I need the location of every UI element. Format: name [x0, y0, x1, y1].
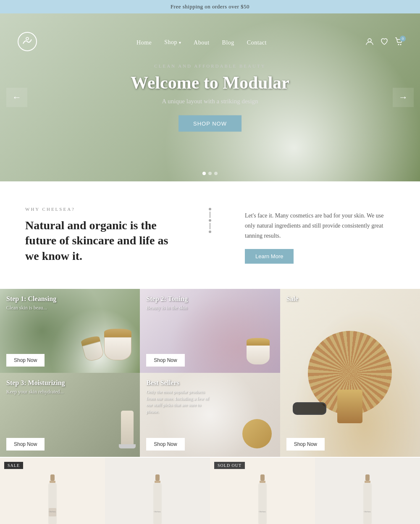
why-description: Let's face it. Many cosmetics are bad fo… [245, 211, 395, 241]
svg-text:Chelsea.: Chelsea. [364, 511, 371, 513]
svg-rect-15 [260, 481, 265, 483]
account-icon[interactable] [365, 37, 374, 48]
product-card-1: SALE Chelsea. [0, 458, 105, 524]
step3-label: Step 3: Moisturizing [6, 379, 65, 387]
why-right-column: Let's face it. Many cosmetics are bad fo… [245, 207, 395, 264]
hero-prev-arrow[interactable]: ← [6, 88, 27, 107]
why-divider [200, 207, 220, 234]
step1-shop-button[interactable]: Shop Now [6, 354, 45, 367]
nav-links: Home Shop ▾ About Blog Contact [136, 39, 267, 46]
svg-point-4 [400, 44, 401, 45]
step2-desc: Beauty is in the skin [146, 305, 188, 311]
product-card-2: Chelsea. [105, 458, 210, 524]
svg-rect-5 [50, 474, 55, 481]
svg-rect-19 [365, 481, 370, 483]
svg-point-1 [26, 37, 29, 40]
hero-dot-1[interactable] [202, 172, 206, 175]
step1-content: Step 1: Cleansing Clean skin is beau... [6, 295, 56, 311]
main-nav: Home Shop ▾ About Blog Contact [0, 26, 420, 59]
product-1-badge: SALE [4, 462, 23, 469]
bestsellers-label: Best Sellers [146, 379, 209, 387]
svg-point-2 [368, 39, 371, 42]
product-3-badge: SOLD OUT [214, 462, 245, 469]
hero-dots [202, 172, 218, 175]
bestsellers-desc: Only the most popular products from our … [146, 389, 209, 415]
step2-content: Step 2: Toning Beauty is in the skin [146, 295, 188, 311]
svg-rect-14 [260, 474, 265, 481]
nav-item-home[interactable]: Home [136, 39, 152, 46]
svg-text:Chelsea.: Chelsea. [259, 511, 266, 513]
sale-content: Sale [286, 295, 298, 305]
nav-item-shop[interactable]: Shop ▾ [164, 39, 181, 46]
svg-text:Chelsea.: Chelsea. [49, 511, 56, 513]
product-2-bottle: Chelsea. [147, 474, 168, 524]
svg-rect-20 [363, 483, 372, 524]
grid-item-bestsellers: Best Sellers Only the most popular produ… [140, 373, 280, 457]
nav-actions: 0 [365, 37, 403, 48]
hero-section: Home Shop ▾ About Blog Contact [0, 13, 420, 181]
svg-rect-18 [365, 474, 370, 481]
why-label: WHY CHELSEA? [25, 207, 175, 212]
hero-dot-2[interactable] [208, 172, 212, 175]
bestsellers-shop-button[interactable]: Shop Now [146, 438, 184, 451]
nav-item-about[interactable]: About [194, 39, 210, 46]
why-chelsea-section: WHY CHELSEA? Natural and organic is the … [0, 181, 420, 289]
hero-content: CLEAN AND AFFORDABLE BEAUTY Welcome to M… [131, 63, 289, 132]
promo-text: Free shipping on orders over $50 [171, 3, 249, 10]
hero-dot-3[interactable] [214, 172, 218, 175]
hero-subtitle: CLEAN AND AFFORDABLE BEAUTY [131, 63, 289, 68]
svg-rect-6 [50, 481, 55, 483]
step1-label: Step 1: Cleansing [6, 295, 56, 303]
svg-rect-7 [48, 483, 57, 524]
step3-shop-button[interactable]: Shop Now [6, 438, 45, 451]
product-card-4: Chelsea. [315, 458, 420, 524]
shop-dropdown-icon: ▾ [179, 40, 181, 45]
hero-next-arrow[interactable]: → [393, 88, 414, 107]
svg-rect-12 [153, 483, 162, 524]
learn-more-button[interactable]: Learn More [245, 249, 294, 264]
grid-item-step3: Step 3: Moisturizing Keep your skin rehy… [0, 373, 140, 457]
product-4-bottle: Chelsea. [357, 474, 378, 524]
step2-shop-button[interactable]: Shop Now [146, 354, 184, 367]
step3-desc: Keep your skin rehydrated... [6, 389, 65, 395]
bestsellers-content: Best Sellers Only the most popular produ… [146, 379, 209, 415]
step3-content: Step 3: Moisturizing Keep your skin rehy… [6, 379, 65, 395]
svg-point-3 [398, 44, 399, 45]
nav-item-contact[interactable]: Contact [247, 39, 267, 46]
hero-title: Welcome to Modular [131, 73, 289, 93]
sale-shop-button[interactable]: Shop Now [286, 438, 325, 451]
why-title: Natural and organic is the future of ski… [25, 218, 175, 264]
why-left-column: WHY CHELSEA? Natural and organic is the … [25, 207, 175, 264]
svg-rect-11 [155, 481, 160, 483]
grid-item-step1: Step 1: Cleansing Clean skin is beau... … [0, 289, 140, 373]
featured-products: SALE Chelsea. Chelsea. SOLD OUT Chelsea. [0, 458, 420, 524]
logo[interactable] [17, 31, 38, 54]
grid-item-step2: Step 2: Toning Beauty is in the skin Sho… [140, 289, 280, 373]
step2-label: Step 2: Toning [146, 295, 188, 303]
cart-icon[interactable]: 0 [395, 37, 403, 48]
hero-description: A unique layout with a striking design [131, 98, 289, 105]
svg-rect-10 [155, 474, 160, 481]
svg-text:Chelsea.: Chelsea. [154, 511, 161, 513]
step1-desc: Clean skin is beau... [6, 305, 56, 311]
grid-item-sale: Sale Shop Now [280, 289, 420, 457]
nav-item-blog[interactable]: Blog [222, 39, 234, 46]
hero-cta-button[interactable]: Shop Now [178, 115, 242, 132]
svg-rect-16 [258, 483, 267, 524]
sale-label: Sale [286, 295, 298, 303]
product-card-3: SOLD OUT Chelsea. [210, 458, 315, 524]
promo-banner: Free shipping on orders over $50 [0, 0, 420, 13]
wishlist-icon[interactable] [380, 37, 388, 48]
product-1-bottle: Chelsea. [42, 474, 63, 524]
product-3-bottle: Chelsea. [252, 474, 273, 524]
category-grid: Step 1: Cleansing Clean skin is beau... … [0, 289, 420, 457]
